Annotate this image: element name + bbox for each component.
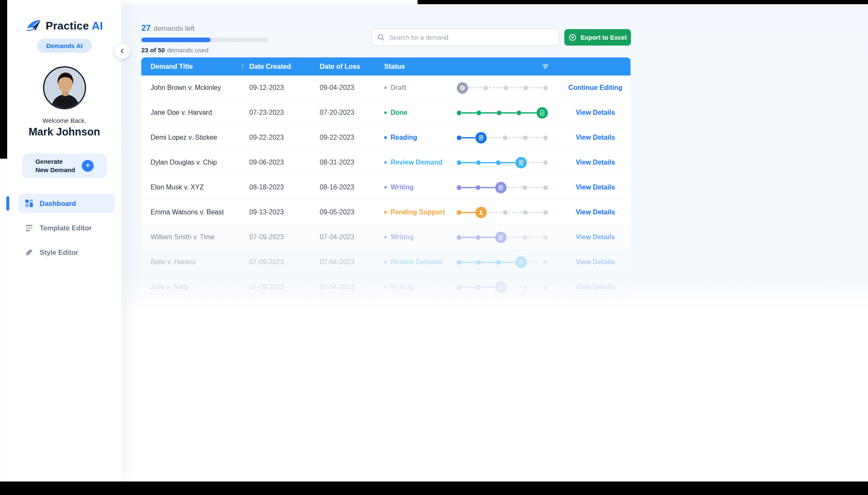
sidebar-collapse-button[interactable]: ‹ <box>114 43 130 59</box>
filter-icon[interactable] <box>457 63 560 70</box>
status-dot <box>384 87 387 89</box>
progress-connector <box>528 187 542 188</box>
generate-new-demand-button[interactable]: Generate New Demand + <box>22 154 107 178</box>
progress-connector <box>461 162 476 163</box>
doc-edit-icon <box>495 182 507 193</box>
progress-step-dot <box>543 86 548 90</box>
row-action-link[interactable]: View Details <box>576 258 615 265</box>
row-action-link[interactable]: View Details <box>576 233 615 241</box>
row-action-link[interactable]: View Details <box>576 283 615 290</box>
table-row: Emma Watsons v. Beast 09-13-2023 09-05-2… <box>141 200 631 225</box>
progress-step-dot <box>517 111 521 115</box>
progress-connector <box>528 162 542 163</box>
progress-step-dot <box>543 260 548 265</box>
brand-name-accent: AI <box>92 19 102 32</box>
status-cell: Pending Support <box>384 208 457 216</box>
progress-connector <box>509 87 523 88</box>
progress-step-dot <box>523 210 528 215</box>
action-cell: View Details <box>560 184 631 191</box>
sidebar-item-template-editor[interactable]: Template Editor <box>18 218 115 238</box>
date-of-loss: 07-04-2023 <box>320 258 384 266</box>
sort-ascending-icon[interactable]: ↑ <box>241 62 245 71</box>
progress-step-dot <box>477 111 481 115</box>
user-name: Mark Johnson <box>7 126 121 138</box>
row-action-link[interactable]: View Details <box>576 109 615 116</box>
demands-used-label: demands used <box>167 46 208 54</box>
action-cell: View Details <box>560 233 631 241</box>
row-action-link[interactable]: View Details <box>576 134 615 141</box>
demand-title: John Brown v. Mckinley <box>141 84 249 92</box>
status-cell: Writing <box>384 283 457 291</box>
status-cell: Writing <box>384 233 457 241</box>
progress-step-dot <box>476 260 481 265</box>
brand: Practice AI <box>7 19 121 33</box>
doc-edit-icon <box>515 257 527 268</box>
usage-progress-bar <box>141 38 269 42</box>
progress-step-dot <box>457 210 461 215</box>
main-content: 27demands left 23 of 50demands used Expo… <box>122 4 868 481</box>
progress-connector <box>461 237 476 238</box>
progress-connector <box>461 262 476 263</box>
export-to-excel-button[interactable]: Export to Excel <box>564 29 631 46</box>
progress-step-dot <box>457 285 461 289</box>
avatar-photo <box>44 68 86 109</box>
progress-connector <box>480 237 495 238</box>
demand-title: William Smith v. Time <box>141 233 249 241</box>
column-header-label: Demand Title <box>151 63 193 70</box>
progress-connector <box>480 287 495 288</box>
progress-connector <box>481 162 496 163</box>
status-cell: Review Demand <box>384 258 457 266</box>
status-cell: Reading <box>384 134 457 141</box>
doc-edit-icon <box>515 157 527 168</box>
column-header-date-created: Date Created <box>249 63 320 70</box>
column-header-demand-title[interactable]: Demand Title ↑ <box>141 62 249 71</box>
table-header: Demand Title ↑ Date Created Date of Loss… <box>141 57 631 76</box>
search-box <box>371 29 559 46</box>
status-dot <box>384 111 387 114</box>
status-dot <box>384 136 387 139</box>
progress-step-dot <box>476 185 480 190</box>
row-action-link[interactable]: View Details <box>576 208 615 216</box>
progress-connector <box>528 237 542 238</box>
action-cell: View Details <box>560 208 631 216</box>
doc-edit-icon <box>495 232 507 243</box>
progress-connector <box>501 112 517 114</box>
person-icon <box>475 207 487 218</box>
progress-step-dot <box>476 285 480 289</box>
progress-step-dot <box>523 86 528 90</box>
sidebar-item-dashboard[interactable]: Dashboard <box>18 194 115 213</box>
progress-connector <box>529 87 542 88</box>
date-created: 08-18-2023 <box>249 184 320 191</box>
progress-step-dot <box>496 160 501 165</box>
generate-label-line2: New Demand <box>35 166 75 174</box>
sidebar-item-style-editor[interactable]: Style Editor <box>18 243 115 262</box>
plus-icon: + <box>82 160 94 172</box>
doc-edit-icon <box>475 132 487 143</box>
status-label: Review Demand <box>391 258 442 266</box>
progress-step-dot <box>543 235 548 240</box>
row-action-link[interactable]: View Details <box>576 184 615 191</box>
table-row: William Smith v. Time 07-09-2023 07-04-2… <box>141 225 631 250</box>
date-of-loss: 07-04-2023 <box>320 283 384 291</box>
progress-indicator <box>457 107 548 119</box>
row-action-link[interactable]: View Details <box>576 159 615 166</box>
action-cell: View Details <box>560 109 631 116</box>
progress-indicator <box>457 82 548 94</box>
table-row: Jane Doe v. Harvard 07-23-2023 07-20-202… <box>141 100 631 125</box>
progress-step-dot <box>543 160 548 165</box>
action-cell: View Details <box>560 159 631 166</box>
date-of-loss: 07-20-2023 <box>320 109 384 116</box>
dashboard-icon <box>25 199 33 208</box>
row-action-link[interactable]: Continue Editing <box>569 84 623 91</box>
progress-connector <box>488 137 501 138</box>
progress-connector <box>507 187 522 188</box>
progress-step-dot <box>457 160 461 165</box>
progress-connector <box>501 262 515 263</box>
progress-step-dot <box>503 210 507 215</box>
demand-title: Emma Watsons v. Beast <box>141 208 249 216</box>
progress-step-dot <box>457 260 461 265</box>
progress-indicator <box>457 207 548 218</box>
table-body: John Brown v. Mckinley 09-12-2023 09-04-… <box>141 76 631 300</box>
search-input[interactable] <box>389 34 553 41</box>
table-row: Elon Musk v. XYZ 08-18-2023 08-16-2023 W… <box>141 175 631 200</box>
